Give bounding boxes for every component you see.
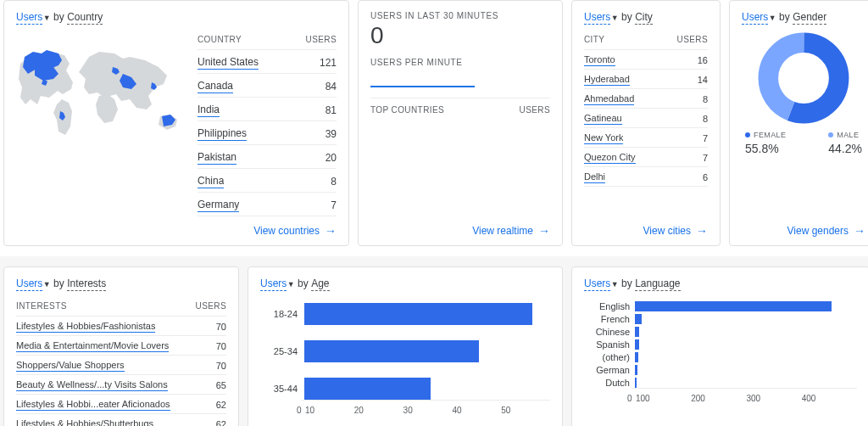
view-genders-link[interactable]: View genders→ [787,225,866,237]
metric-selector[interactable]: Users [16,277,42,291]
arrow-right-icon: → [538,225,550,237]
users-by-country-card: Users ▼ by Country [3,0,349,246]
table-row[interactable]: Lifestyles & Hobbies/Shutterbugs62 [16,414,226,427]
chevron-down-icon: ▼ [41,14,50,22]
realtime-card: USERS IN LAST 30 MINUTES 0 USERS PER MIN… [358,0,563,246]
bar-row: Dutch [587,378,854,388]
col-users: USERS [290,31,337,50]
gender-donut [742,31,865,125]
table-row[interactable]: Canada84 [198,74,337,98]
table-row[interactable]: China8 [198,169,337,193]
bar-row: English [587,301,854,311]
col-country: COUNTRY [198,31,290,50]
table-row[interactable]: Pakistan20 [198,145,337,169]
bar-row: (other) [587,352,854,362]
x-axis: 0 100 200 300 400 [632,388,857,403]
users-by-gender-card: Users ▼ by Gender FEMALE 55.8% MALE 44.2… [729,0,868,246]
rt-topcountries: TOP COUNTRIES [370,105,444,115]
metric-selector[interactable]: Users [584,11,610,25]
rt-users-header: USERS [520,105,550,115]
dimension-selector[interactable]: Country [67,11,103,25]
metric-selector[interactable]: Users [742,11,768,25]
bar-row: Spanish [587,339,854,350]
bar-row: 35-44 [264,378,547,400]
table-row[interactable]: India81 [198,98,337,121]
arrow-right-icon: → [696,225,708,237]
map-icon [16,31,186,150]
by-label: by [53,11,64,23]
metric-selector[interactable]: Users [260,277,287,291]
bar-row: 18-24 [264,303,547,325]
table-row[interactable]: Shoppers/Value Shoppers70 [16,356,226,375]
table-row[interactable]: Delhi6 [584,167,708,187]
table-row[interactable]: Lifestyles & Hobbi...eater Aficionados62 [16,395,226,414]
table-row[interactable]: Quezon City7 [584,148,708,167]
dimension-selector[interactable]: Language [635,277,680,291]
card-title: Users ▼ by Interests [16,277,226,289]
table-row[interactable]: New York7 [584,128,708,148]
table-row[interactable]: Hyderabad14 [584,70,708,89]
age-chart: 18-24 25-34 35-44 [260,298,550,400]
legend-male: MALE 44.2% [828,128,862,155]
card-title: Users ▼ by Language [584,277,857,289]
rt-sparkline [370,72,475,87]
rt-30min-label: USERS IN LAST 30 MINUTES [370,11,550,20]
chevron-down-icon: ▼ [609,14,618,22]
users-by-interests-card: Users ▼ by Interests INTERESTS USERS Lif… [3,266,239,426]
card-title: Users ▼ by Country [16,11,337,23]
bar-row: French [587,314,854,324]
users-by-age-card: Users ▼ by Age 18-24 25-34 35-44 0 10 20… [248,266,563,426]
card-title: Users ▼ by Age [260,277,550,289]
view-countries-link[interactable]: View countries→ [253,225,337,237]
arrow-right-icon: → [325,225,337,237]
metric-selector[interactable]: Users [16,11,42,25]
table-row[interactable]: Lifestyles & Hobbies/Fashionistas70 [16,317,226,336]
x-axis: 0 10 20 30 40 50 [301,400,550,415]
world-map [16,31,186,216]
table-row[interactable]: Toronto16 [584,50,708,70]
rt-permin-label: USERS PER MINUTE [370,58,550,67]
users-by-city-card: Users ▼ by City CITY USERS Toronto16 Hyd… [571,0,721,246]
arrow-right-icon: → [854,225,865,237]
chevron-down-icon: ▼ [609,280,618,289]
bar-row: German [587,365,854,375]
bar-row: Chinese [587,327,854,337]
dimension-selector[interactable]: Interests [67,277,106,291]
chevron-down-icon: ▼ [285,280,294,289]
table-row[interactable]: Germany7 [198,193,337,216]
table-row[interactable]: Ahmedabad8 [584,89,708,109]
dimension-selector[interactable]: Gender [793,11,826,25]
metric-selector[interactable]: Users [584,277,610,291]
dimension-selector[interactable]: Age [311,277,329,291]
city-table: CITY USERS Toronto16 Hyderabad14 Ahmedab… [584,31,708,187]
table-row[interactable]: United States121 [198,50,337,74]
card-title: Users ▼ by City [584,11,708,23]
chevron-down-icon: ▼ [41,280,50,289]
table-row[interactable]: Philippines39 [198,121,337,145]
bar-row: 25-34 [264,340,547,362]
chevron-down-icon: ▼ [766,14,776,22]
table-row[interactable]: Media & Entertainment/Movie Lovers70 [16,336,226,356]
language-chart: English French Chinese Spanish (other) G… [584,298,857,388]
country-table: COUNTRY USERS United States121 Canada84 … [198,31,337,216]
table-row[interactable]: Beauty & Wellness/...ty Visits Salons65 [16,375,226,395]
legend-female: FEMALE 55.8% [745,128,786,155]
view-cities-link[interactable]: View cities→ [643,225,708,237]
interests-table: INTERESTS USERS Lifestyles & Hobbies/Fas… [16,298,226,426]
card-title: Users ▼ by Gender [742,11,865,23]
rt-count: 0 [370,22,550,49]
users-by-language-card: Users ▼ by Language English French Chine… [571,266,868,426]
table-row[interactable]: Gatineau8 [584,109,708,128]
dimension-selector[interactable]: City [635,11,653,25]
view-realtime-link[interactable]: View realtime→ [472,225,550,237]
